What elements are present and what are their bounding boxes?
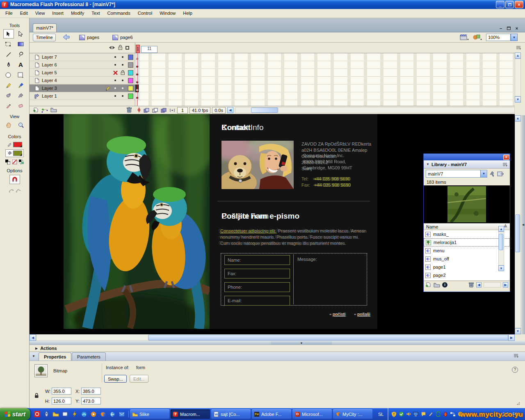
x-input[interactable] bbox=[81, 388, 101, 395]
layer-visibility-dot[interactable] bbox=[112, 80, 119, 81]
pencil-tool[interactable] bbox=[3, 80, 14, 90]
frames-area[interactable] bbox=[135, 53, 515, 106]
taskbar-task-mycity[interactable]: MyCity :... bbox=[333, 409, 372, 419]
layer-row-5[interactable]: Layer 5 bbox=[30, 69, 135, 77]
timeline-scrollbar[interactable] bbox=[235, 107, 515, 113]
messenger-tray-icon[interactable] bbox=[420, 411, 426, 417]
library-column-header[interactable]: Name≜ bbox=[424, 223, 510, 230]
timeline-scroll-down-arrow[interactable]: ▼ bbox=[515, 96, 521, 103]
library-item-page2[interactable]: page2 bbox=[424, 271, 510, 279]
onion-skin-button[interactable] bbox=[143, 107, 150, 113]
lock-all-layers-icon[interactable] bbox=[118, 45, 123, 51]
phone-field[interactable]: Phone: bbox=[224, 282, 290, 292]
properties-collapse-icon[interactable]: ▼ bbox=[32, 354, 35, 358]
menu-view[interactable]: View bbox=[32, 9, 49, 18]
selection-tool[interactable] bbox=[3, 29, 14, 39]
taskbar-task-fireworks[interactable]: Fw Adobe F... bbox=[252, 409, 291, 419]
timeline-toggle-button[interactable]: Timeline bbox=[33, 34, 56, 41]
new-symbol-button[interactable] bbox=[425, 282, 431, 288]
update-icon[interactable] bbox=[457, 411, 463, 417]
breadcrumb-page6[interactable]: page6 bbox=[120, 35, 133, 40]
panel-splitter[interactable]: ▼ bbox=[30, 341, 525, 345]
library-title-strip[interactable]: × bbox=[424, 154, 510, 160]
firefox-icon[interactable] bbox=[100, 411, 106, 418]
splitter-handle[interactable]: ▼ bbox=[271, 341, 332, 345]
layer-outline-swatch[interactable] bbox=[128, 62, 133, 68]
layer-row-3-selected[interactable]: Layer 3 bbox=[30, 84, 135, 92]
snap-to-objects-toggle[interactable] bbox=[9, 175, 20, 184]
pen-tablet-icon[interactable] bbox=[428, 411, 434, 417]
clear-link[interactable]: •počisti bbox=[329, 312, 345, 317]
menu-text[interactable]: Text bbox=[88, 9, 103, 18]
edit-button[interactable]: Edit... bbox=[130, 375, 148, 383]
library-scroll-up-arrow[interactable]: ▲ bbox=[498, 226, 504, 232]
internet-explorer-icon[interactable] bbox=[109, 411, 116, 418]
library-vscroll-thumb[interactable] bbox=[499, 234, 503, 250]
actions-panel-bar[interactable]: ▶ Actions bbox=[30, 345, 525, 352]
timeline-vertical-scrollbar[interactable]: ▲ ▼ bbox=[515, 52, 521, 103]
breadcrumb-pages[interactable]: pages bbox=[87, 35, 99, 40]
layer-lock-dot[interactable] bbox=[119, 56, 126, 58]
timeline-panel-menu-icon[interactable] bbox=[515, 44, 522, 51]
sort-order-icon[interactable]: ≜ bbox=[504, 224, 507, 229]
taskbar-task-microsoft[interactable]: O Microsof... bbox=[292, 409, 332, 419]
layer-lock-dot[interactable] bbox=[119, 80, 126, 81]
launcher-icon[interactable] bbox=[43, 411, 50, 418]
download-manager-icon[interactable] bbox=[443, 411, 448, 417]
height-input[interactable] bbox=[52, 397, 71, 404]
menu-insert[interactable]: Insert bbox=[48, 9, 67, 18]
pen-tool[interactable] bbox=[3, 60, 14, 69]
library-item-menu[interactable]: menu bbox=[424, 247, 510, 255]
layer-outline-swatch[interactable] bbox=[128, 55, 133, 60]
layer-row-6[interactable]: Layer 6 bbox=[30, 61, 135, 69]
new-library-panel-icon[interactable] bbox=[497, 171, 504, 177]
edit-multiple-frames-button[interactable] bbox=[160, 107, 167, 113]
menu-control[interactable]: Control bbox=[134, 9, 156, 18]
layer-row-7[interactable]: Layer 7 bbox=[30, 53, 135, 61]
stage-hscroll-thumb[interactable] bbox=[148, 335, 508, 340]
layer-row-4[interactable]: Layer 4 bbox=[30, 77, 135, 84]
menu-edit[interactable]: Edit bbox=[16, 9, 32, 18]
lasso-tool[interactable] bbox=[16, 50, 26, 59]
add-motion-guide-button[interactable] bbox=[41, 107, 48, 114]
stage-scroll-right-arrow[interactable]: ▶ bbox=[508, 334, 515, 341]
edit-scene-button[interactable] bbox=[460, 34, 469, 41]
swap-colors-button[interactable] bbox=[19, 160, 24, 164]
layer-row-1-guide[interactable]: Layer 1 bbox=[30, 92, 135, 100]
width-input[interactable] bbox=[52, 388, 71, 395]
swap-button[interactable]: Swap... bbox=[104, 375, 127, 383]
menu-help[interactable]: Help bbox=[179, 9, 196, 18]
library-item-masks[interactable]: masks_ bbox=[424, 230, 510, 238]
actions-expand-icon[interactable]: ▶ bbox=[35, 347, 38, 350]
paint-bucket-tool[interactable] bbox=[16, 91, 26, 100]
gradient-transform-tool[interactable] bbox=[16, 39, 26, 49]
menu-commands[interactable]: Commands bbox=[103, 9, 134, 18]
messenger-icon[interactable] bbox=[81, 411, 87, 418]
insert-layer-folder-button[interactable] bbox=[50, 107, 57, 113]
new-folder-button[interactable] bbox=[434, 282, 440, 288]
doc-close-button[interactable]: × bbox=[514, 26, 519, 31]
stage-scroll-up-arrow[interactable]: ▲ bbox=[515, 115, 521, 121]
show-layers-as-outlines-icon[interactable] bbox=[126, 46, 129, 50]
no-color-button[interactable] bbox=[12, 160, 17, 164]
timeline-scroll-left-arrow[interactable]: ◀ bbox=[227, 107, 233, 113]
email-field[interactable]: E-mail: bbox=[224, 296, 290, 306]
layer-visibility-dot[interactable] bbox=[112, 56, 119, 58]
library-item-page1[interactable]: page1 bbox=[424, 263, 510, 271]
stage-scroll-down-arrow[interactable]: ▼ bbox=[515, 328, 521, 334]
stage-scroll-left-arrow[interactable]: ◀ bbox=[30, 334, 36, 341]
network-icon[interactable] bbox=[450, 411, 456, 417]
zoom-value[interactable]: 100% bbox=[486, 34, 511, 41]
layer-outline-swatch[interactable] bbox=[128, 86, 133, 91]
eyedropper-tool[interactable] bbox=[3, 101, 14, 110]
taskbar-task-word[interactable]: W sajt [Co... bbox=[211, 409, 251, 419]
timeline-scroll-up-arrow[interactable]: ▲ bbox=[515, 52, 521, 59]
item-properties-button[interactable]: i bbox=[442, 282, 447, 288]
layer-visibility-dot[interactable] bbox=[112, 87, 119, 89]
layer-locked-icon[interactable] bbox=[119, 70, 126, 75]
edit-symbol-button[interactable] bbox=[473, 34, 482, 41]
volume-icon[interactable] bbox=[406, 411, 411, 417]
fill-color-swatch[interactable] bbox=[13, 151, 22, 156]
free-transform-tool[interactable] bbox=[3, 39, 14, 49]
library-delete-button[interactable] bbox=[468, 282, 474, 288]
